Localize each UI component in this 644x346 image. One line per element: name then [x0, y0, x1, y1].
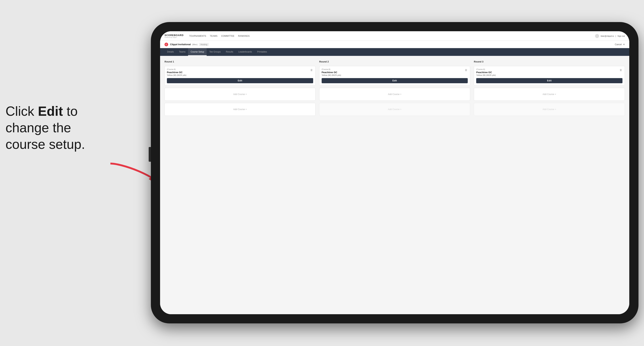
- round-2-card-info: (Course A) Peachtree GC Yellow (M) (6629…: [322, 68, 464, 78]
- round-1-column: Round 1 (Course A) Peachtree GC Yellow (…: [164, 60, 316, 116]
- round-2-title: Round 2: [319, 60, 470, 63]
- tab-leaderboards[interactable]: Leaderboards: [236, 48, 254, 56]
- tablet-screen: SCOREBOARD Powered by clippd TOURNAMENTS…: [160, 31, 629, 314]
- tab-course-setup[interactable]: Course Setup: [188, 48, 207, 56]
- round-1-add-course-1-label: Add Course +: [233, 93, 247, 96]
- round-1-title: Round 1: [164, 60, 316, 63]
- instruction-bold: Edit: [38, 104, 63, 119]
- round-3-course-name: Peachtree GC: [476, 71, 619, 74]
- round-3-card-info: (Course A) Peachtree GC Yellow (M) (6629…: [476, 68, 619, 78]
- tournament-logo: C: [164, 43, 168, 46]
- round-3-column: Round 3 (Course A) Peachtree GC Yellow (…: [474, 60, 625, 116]
- round-3-course-card: (Course A) Peachtree GC Yellow (M) (6629…: [474, 66, 625, 86]
- round-3-add-course-1[interactable]: Add Course +: [474, 88, 625, 101]
- round-3-course-label: (Course A): [476, 68, 619, 70]
- round-2-edit-button[interactable]: Edit: [322, 78, 468, 83]
- round-1-course-card: (Course A) Peachtree GC Yellow (M) (6629…: [164, 66, 316, 86]
- tournament-banner: C Clippd Invitational (Men) Hosting Canc…: [160, 41, 629, 48]
- user-avatar: [595, 34, 599, 38]
- round-3-add-course-1-label: Add Course +: [542, 93, 556, 96]
- round-2-delete-icon[interactable]: 🗑: [464, 68, 468, 72]
- round-3-course-header: (Course A) Peachtree GC Yellow (M) (6629…: [476, 68, 622, 78]
- tournament-name: Clippd Invitational: [170, 43, 191, 46]
- nav-link-rankings[interactable]: RANKINGS: [238, 34, 250, 38]
- round-1-delete-icon[interactable]: 🗑: [310, 68, 313, 72]
- app-content: SCOREBOARD Powered by clippd TOURNAMENTS…: [160, 31, 629, 314]
- tab-teams[interactable]: Teams: [176, 48, 188, 56]
- logo-subtitle: Powered by clippd: [164, 36, 184, 38]
- side-button: [149, 147, 151, 162]
- round-1-add-course-2-label: Add Course +: [233, 108, 247, 111]
- round-3-delete-icon[interactable]: 🗑: [619, 68, 622, 72]
- user-email: blair@clippd.io: [600, 35, 614, 37]
- round-3-title: Round 3: [474, 60, 625, 63]
- round-1-add-course-1[interactable]: Add Course +: [164, 88, 316, 101]
- round-2-add-course-1-label: Add Course +: [388, 93, 402, 96]
- round-2-course-header: (Course A) Peachtree GC Yellow (M) (6629…: [322, 68, 468, 78]
- round-2-add-course-2: Add Course +: [319, 103, 470, 116]
- round-3-add-course-2: Add Course +: [474, 103, 625, 116]
- round-1-course-name: Peachtree GC: [167, 71, 310, 74]
- round-2-course-card: (Course A) Peachtree GC Yellow (M) (6629…: [319, 66, 470, 86]
- round-3-add-course-2-label: Add Course +: [542, 108, 556, 111]
- top-nav: SCOREBOARD Powered by clippd TOURNAMENTS…: [160, 31, 629, 41]
- tab-details[interactable]: Details: [164, 48, 176, 56]
- nav-link-tournaments[interactable]: TOURNAMENTS: [189, 34, 206, 38]
- tablet-frame: SCOREBOARD Powered by clippd TOURNAMENTS…: [151, 22, 638, 323]
- scoreboard-logo: SCOREBOARD Powered by clippd: [164, 34, 184, 38]
- round-2-course-details: Yellow (M) (6629 yds): [322, 74, 464, 76]
- round-2-course-name: Peachtree GC: [322, 71, 464, 74]
- nav-link-committee[interactable]: COMMITTEE: [221, 34, 234, 38]
- round-1-course-label: (Course A): [167, 68, 310, 70]
- cancel-x-icon: ✕: [623, 43, 625, 46]
- tab-bar: Details Teams Course Setup Tee Groups Re…: [160, 48, 629, 56]
- round-2-column: Round 2 (Course A) Peachtree GC Yellow (…: [319, 60, 470, 116]
- tournament-status: Hosting: [199, 43, 209, 46]
- rounds-grid: Round 1 (Course A) Peachtree GC Yellow (…: [164, 60, 625, 116]
- round-2-course-label: (Course A): [322, 68, 464, 70]
- cancel-button[interactable]: Cancel ✕: [615, 43, 625, 46]
- round-2-add-course-1[interactable]: Add Course +: [319, 88, 470, 101]
- round-3-edit-button[interactable]: Edit: [476, 78, 622, 83]
- tab-results[interactable]: Results: [223, 48, 236, 56]
- main-content: Round 1 (Course A) Peachtree GC Yellow (…: [160, 56, 629, 314]
- tab-printables[interactable]: Printables: [255, 48, 270, 56]
- instruction-before: Click: [6, 104, 38, 119]
- nav-separator: |: [616, 35, 616, 37]
- round-1-course-details: Yellow (M) (6629 yds): [167, 74, 310, 76]
- round-2-add-course-2-label: Add Course +: [388, 108, 402, 111]
- nav-user: blair@clippd.io | Sign out: [595, 34, 625, 38]
- nav-links: TOURNAMENTS TEAMS COMMITTEE RANKINGS: [189, 34, 595, 38]
- logo-title: SCOREBOARD: [164, 34, 184, 36]
- round-1-card-info: (Course A) Peachtree GC Yellow (M) (6629…: [167, 68, 310, 78]
- instruction-text: Click Edit tochange thecourse setup.: [6, 103, 85, 153]
- round-1-add-course-2[interactable]: Add Course +: [164, 103, 316, 116]
- round-1-edit-button[interactable]: Edit: [167, 78, 313, 83]
- round-3-course-details: Yellow (M) (6629 yds): [476, 74, 619, 76]
- nav-link-teams[interactable]: TEAMS: [210, 34, 217, 38]
- sign-out-link[interactable]: Sign out: [618, 35, 625, 37]
- tab-tee-groups[interactable]: Tee Groups: [207, 48, 223, 56]
- tournament-type: (Men): [192, 43, 198, 46]
- round-1-course-header: (Course A) Peachtree GC Yellow (M) (6629…: [167, 68, 313, 78]
